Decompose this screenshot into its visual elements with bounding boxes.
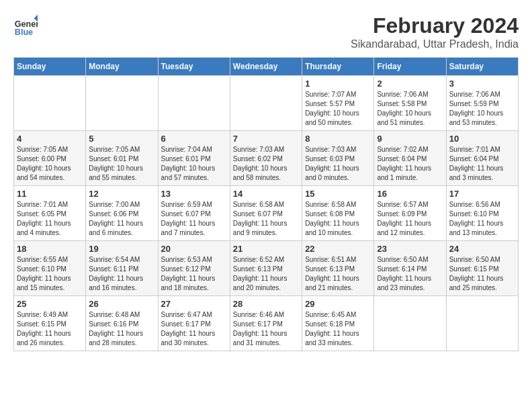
- header-cell-monday: Monday: [86, 58, 158, 76]
- cell-content: Sunrise: 6:47 AM Sunset: 6:17 PM Dayligh…: [161, 310, 227, 348]
- daylight-text: Daylight: 11 hours and 0 minutes.: [305, 165, 359, 181]
- page-subtitle: Sikandarabad, Uttar Pradesh, India: [351, 38, 519, 50]
- sunset-text: Sunset: 6:13 PM: [233, 265, 283, 273]
- sunset-text: Sunset: 6:15 PM: [449, 265, 499, 273]
- day-number: 25: [17, 299, 83, 309]
- day-number: 3: [449, 79, 515, 89]
- calendar-cell: 12 Sunrise: 7:00 AM Sunset: 6:06 PM Dayl…: [86, 186, 158, 241]
- sunrise-text: Sunrise: 6:55 AM: [17, 256, 68, 263]
- day-number: 12: [89, 189, 154, 199]
- day-number: 21: [233, 244, 299, 254]
- calendar-cell: 26 Sunrise: 6:48 AM Sunset: 6:16 PM Dayl…: [86, 296, 158, 351]
- day-number: 29: [305, 299, 371, 309]
- calendar-cell: 5 Sunrise: 7:05 AM Sunset: 6:01 PM Dayli…: [86, 131, 158, 186]
- cell-content: Sunrise: 6:59 AM Sunset: 6:07 PM Dayligh…: [161, 200, 227, 238]
- page-title: February 2024: [351, 13, 519, 38]
- day-number: 2: [377, 79, 443, 89]
- calendar-cell: 24 Sunrise: 6:50 AM Sunset: 6:15 PM Dayl…: [446, 241, 518, 296]
- header-cell-sunday: Sunday: [14, 58, 86, 76]
- sunset-text: Sunset: 6:00 PM: [17, 155, 66, 163]
- daylight-text: Daylight: 11 hours and 9 minutes.: [233, 220, 287, 236]
- daylight-text: Daylight: 11 hours and 7 minutes.: [161, 220, 216, 236]
- cell-content: Sunrise: 6:54 AM Sunset: 6:11 PM Dayligh…: [89, 255, 154, 293]
- daylight-text: Daylight: 11 hours and 26 minutes.: [17, 330, 71, 347]
- header-cell-wednesday: Wednesday: [230, 58, 302, 76]
- calendar-cell: 27 Sunrise: 6:47 AM Sunset: 6:17 PM Dayl…: [158, 296, 230, 351]
- daylight-text: Daylight: 10 hours and 51 minutes.: [377, 109, 431, 126]
- calendar-cell: 3 Sunrise: 7:06 AM Sunset: 5:59 PM Dayli…: [446, 76, 518, 131]
- daylight-text: Daylight: 11 hours and 18 minutes.: [161, 275, 216, 291]
- cell-content: Sunrise: 7:03 AM Sunset: 6:03 PM Dayligh…: [305, 145, 371, 183]
- day-number: 19: [89, 244, 154, 254]
- calendar-week-2: 4 Sunrise: 7:05 AM Sunset: 6:00 PM Dayli…: [14, 131, 519, 186]
- page-header: General Blue February 2024 Sikandarabad,…: [13, 13, 519, 50]
- daylight-text: Daylight: 11 hours and 6 minutes.: [89, 220, 143, 236]
- cell-content: Sunrise: 6:48 AM Sunset: 6:16 PM Dayligh…: [89, 310, 154, 348]
- cell-content: Sunrise: 7:01 AM Sunset: 6:05 PM Dayligh…: [17, 200, 83, 238]
- sunrise-text: Sunrise: 6:49 AM: [17, 311, 68, 318]
- cell-content: Sunrise: 6:58 AM Sunset: 6:07 PM Dayligh…: [233, 200, 299, 238]
- daylight-text: Daylight: 11 hours and 30 minutes.: [161, 330, 216, 347]
- calendar-cell: [158, 76, 230, 131]
- sunrise-text: Sunrise: 7:06 AM: [377, 91, 428, 98]
- calendar-cell: [230, 76, 302, 131]
- day-number: 27: [161, 299, 227, 309]
- sunrise-text: Sunrise: 6:53 AM: [161, 256, 212, 263]
- sunrise-text: Sunrise: 6:51 AM: [305, 256, 356, 263]
- sunset-text: Sunset: 5:57 PM: [305, 100, 355, 107]
- day-number: 17: [449, 189, 515, 199]
- daylight-text: Daylight: 11 hours and 33 minutes.: [305, 330, 359, 347]
- sunrise-text: Sunrise: 6:54 AM: [89, 256, 140, 263]
- calendar-cell: 19 Sunrise: 6:54 AM Sunset: 6:11 PM Dayl…: [86, 241, 158, 296]
- day-number: 5: [89, 134, 154, 144]
- daylight-text: Daylight: 11 hours and 15 minutes.: [17, 275, 71, 291]
- calendar-cell: 22 Sunrise: 6:51 AM Sunset: 6:13 PM Dayl…: [302, 241, 374, 296]
- sunrise-text: Sunrise: 7:01 AM: [449, 146, 500, 153]
- sunrise-text: Sunrise: 7:04 AM: [161, 146, 212, 153]
- sunrise-text: Sunrise: 6:59 AM: [161, 201, 212, 208]
- calendar-cell: 29 Sunrise: 6:45 AM Sunset: 6:18 PM Dayl…: [302, 296, 374, 351]
- sunset-text: Sunset: 6:01 PM: [89, 155, 138, 163]
- calendar-body: 1 Sunrise: 7:07 AM Sunset: 5:57 PM Dayli…: [14, 76, 519, 351]
- svg-text:Blue: Blue: [15, 28, 33, 37]
- daylight-text: Daylight: 11 hours and 12 minutes.: [377, 220, 431, 236]
- day-number: 7: [233, 134, 299, 144]
- day-number: 10: [449, 134, 515, 144]
- header-cell-saturday: Saturday: [446, 58, 518, 76]
- cell-content: Sunrise: 7:06 AM Sunset: 5:59 PM Dayligh…: [449, 90, 515, 128]
- cell-content: Sunrise: 6:50 AM Sunset: 6:15 PM Dayligh…: [449, 255, 515, 293]
- sunset-text: Sunset: 6:08 PM: [305, 210, 355, 218]
- cell-content: Sunrise: 7:06 AM Sunset: 5:58 PM Dayligh…: [377, 90, 443, 128]
- sunset-text: Sunset: 6:03 PM: [305, 155, 355, 163]
- calendar-week-5: 25 Sunrise: 6:49 AM Sunset: 6:15 PM Dayl…: [14, 296, 519, 351]
- cell-content: Sunrise: 7:00 AM Sunset: 6:06 PM Dayligh…: [89, 200, 154, 238]
- sunset-text: Sunset: 6:15 PM: [17, 320, 66, 328]
- sunset-text: Sunset: 6:09 PM: [377, 210, 427, 218]
- sunset-text: Sunset: 6:10 PM: [17, 265, 66, 273]
- calendar-cell: 10 Sunrise: 7:01 AM Sunset: 6:04 PM Dayl…: [446, 131, 518, 186]
- day-number: 23: [377, 244, 443, 254]
- header-cell-friday: Friday: [374, 58, 446, 76]
- calendar-cell: 2 Sunrise: 7:06 AM Sunset: 5:58 PM Dayli…: [374, 76, 446, 131]
- sunset-text: Sunset: 6:16 PM: [89, 320, 138, 328]
- sunset-text: Sunset: 6:17 PM: [233, 320, 283, 328]
- sunset-text: Sunset: 6:10 PM: [449, 210, 499, 218]
- calendar-header: SundayMondayTuesdayWednesdayThursdayFrid…: [14, 58, 519, 76]
- cell-content: Sunrise: 7:05 AM Sunset: 6:01 PM Dayligh…: [89, 145, 154, 183]
- sunrise-text: Sunrise: 7:00 AM: [89, 201, 140, 208]
- sunset-text: Sunset: 6:13 PM: [305, 265, 355, 273]
- sunset-text: Sunset: 6:05 PM: [17, 210, 66, 218]
- calendar-cell: 6 Sunrise: 7:04 AM Sunset: 6:01 PM Dayli…: [158, 131, 230, 186]
- sunset-text: Sunset: 6:17 PM: [161, 320, 211, 328]
- day-number: 4: [17, 134, 83, 144]
- daylight-text: Daylight: 10 hours and 58 minutes.: [233, 165, 287, 181]
- sunrise-text: Sunrise: 7:06 AM: [449, 91, 500, 98]
- sunset-text: Sunset: 6:06 PM: [89, 210, 138, 218]
- cell-content: Sunrise: 7:03 AM Sunset: 6:02 PM Dayligh…: [233, 145, 299, 183]
- daylight-text: Daylight: 11 hours and 28 minutes.: [89, 330, 143, 347]
- calendar-table: SundayMondayTuesdayWednesdayThursdayFrid…: [13, 57, 519, 351]
- sunrise-text: Sunrise: 6:45 AM: [305, 311, 356, 318]
- cell-content: Sunrise: 6:58 AM Sunset: 6:08 PM Dayligh…: [305, 200, 371, 238]
- daylight-text: Daylight: 10 hours and 55 minutes.: [89, 165, 143, 181]
- calendar-week-1: 1 Sunrise: 7:07 AM Sunset: 5:57 PM Dayli…: [14, 76, 519, 131]
